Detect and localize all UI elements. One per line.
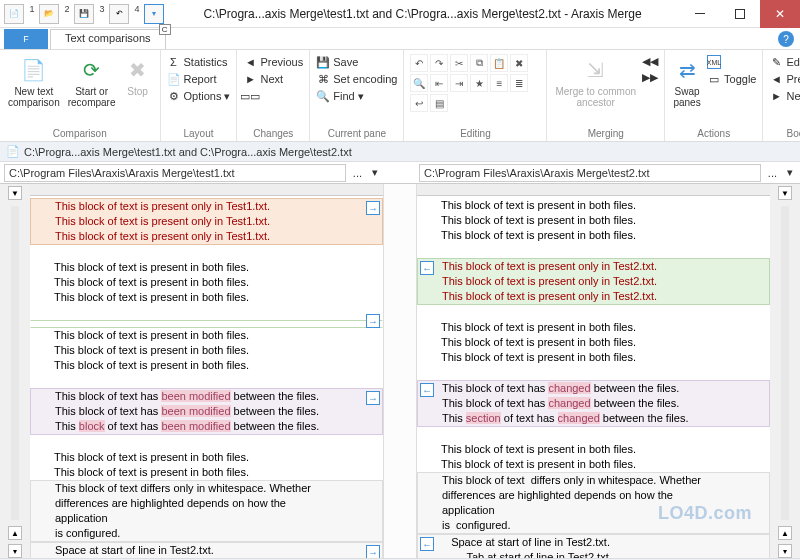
pencil-icon: ✎ bbox=[769, 55, 783, 69]
paste-icon[interactable]: 📋 bbox=[490, 54, 508, 72]
bookmark-icon[interactable]: ★ bbox=[470, 74, 488, 92]
right-path-cell: ... ▾ bbox=[415, 162, 800, 183]
gutter-end-icon[interactable]: ▾ bbox=[778, 544, 792, 558]
list-icon[interactable]: ≡ bbox=[490, 74, 508, 92]
merge-right-icon[interactable]: → bbox=[366, 314, 380, 328]
new-text-comparison-button[interactable]: 📄 New text comparison bbox=[6, 54, 62, 110]
left-path-dropdown[interactable]: ▾ bbox=[369, 166, 381, 179]
right-path-menu[interactable]: ... bbox=[765, 167, 780, 179]
indent-left-icon[interactable]: ⇤ bbox=[430, 74, 448, 92]
right-path-input[interactable] bbox=[419, 164, 761, 182]
swap-label: Swap panes bbox=[673, 86, 700, 108]
right-path-dropdown[interactable]: ▾ bbox=[784, 166, 796, 179]
path-row: ... ▾ ... ▾ bbox=[0, 162, 800, 184]
qat-new-icon[interactable]: 📄 bbox=[4, 4, 24, 24]
group-merging: ⇲ Merge to common ancestor ◀◀ ▶▶ Merging bbox=[547, 50, 665, 141]
title-bar: 📄 1 📂 2 💾 3 ↶ 4 ▾ C:\Progra...axis Merge… bbox=[0, 0, 800, 28]
qat-open-icon[interactable]: 📂 bbox=[39, 4, 59, 24]
start-recompare-button[interactable]: ⟳ Start or recompare bbox=[66, 54, 118, 110]
gutter-end-icon[interactable]: ▾ bbox=[8, 544, 22, 558]
merge-left-icon[interactable]: ◀◀ bbox=[642, 54, 658, 69]
left-overview-gutter[interactable]: ▼ ▲ ▾ bbox=[0, 184, 30, 558]
t: changed bbox=[548, 382, 590, 394]
edit-comment-button[interactable]: ✎Edit comment bbox=[769, 54, 800, 70]
minimize-button[interactable] bbox=[680, 0, 720, 28]
indent-right-icon[interactable]: ⇥ bbox=[450, 74, 468, 92]
edit-comment-label: Edit comment bbox=[786, 56, 800, 68]
gutter-bot-icon[interactable]: ▲ bbox=[8, 526, 22, 540]
diff-line: Space at start of line in Test2.txt. bbox=[418, 535, 769, 550]
stop-label: Stop bbox=[127, 86, 148, 97]
report-button[interactable]: 📄Report bbox=[167, 71, 231, 87]
group-changes: ◄Previous ►Next ▭▭ Changes bbox=[237, 50, 310, 141]
merge-right-icon[interactable]: ▶▶ bbox=[642, 70, 658, 85]
left-path-input[interactable] bbox=[4, 164, 346, 182]
gutter-top-icon[interactable]: ▼ bbox=[778, 186, 792, 200]
diff-line: differences are highlighted depends on h… bbox=[31, 496, 382, 511]
statistics-button[interactable]: ΣStatistics bbox=[167, 54, 231, 70]
right-pane[interactable]: This block of text is present in both fi… bbox=[417, 184, 770, 558]
toggle-icon: ▭ bbox=[707, 72, 721, 86]
arrow-right-icon: ► bbox=[769, 89, 783, 103]
left-space-block: → Space at start of line in Test2.txt. T… bbox=[30, 542, 383, 558]
delete-icon[interactable]: ✖ bbox=[510, 54, 528, 72]
prev-bookmark-button[interactable]: ◄Previous bbox=[769, 71, 800, 87]
save-button[interactable]: 💾Save bbox=[316, 54, 397, 70]
wrap-icon[interactable]: ↩ bbox=[410, 94, 428, 112]
group-actions-label: Actions bbox=[671, 128, 756, 139]
right-overview-gutter[interactable]: ▼ ▲ ▾ bbox=[770, 184, 800, 558]
list2-icon[interactable]: ≣ bbox=[510, 74, 528, 92]
diff-line: This block of text is present in both fi… bbox=[417, 228, 770, 243]
zoom-icon[interactable]: 🔍 bbox=[410, 74, 428, 92]
redo-icon[interactable]: ↷ bbox=[430, 54, 448, 72]
encoding-icon: ⌘ bbox=[316, 72, 330, 86]
diff-line: This block of text differs only in white… bbox=[418, 473, 769, 488]
diff-line: This block of text is present in both fi… bbox=[30, 450, 383, 465]
right-whitespace-block: This block of text differs only in white… bbox=[417, 472, 770, 534]
cut-icon[interactable]: ✂ bbox=[450, 54, 468, 72]
gutter-bot-icon[interactable]: ▲ bbox=[778, 526, 792, 540]
stats-label: Statistics bbox=[184, 56, 228, 68]
maximize-button[interactable] bbox=[720, 0, 760, 28]
changes-panes-button[interactable]: ▭▭ bbox=[243, 88, 303, 104]
options-button[interactable]: ⚙Options▾ bbox=[167, 88, 231, 104]
tab-text-comparisons[interactable]: Text comparisons C bbox=[50, 29, 166, 49]
left-modified-block: → This block of text has been modified b… bbox=[30, 388, 383, 435]
qat-save-icon[interactable]: 💾 bbox=[74, 4, 94, 24]
diff-line: This block of text is present in both fi… bbox=[417, 320, 770, 335]
group-editing: ↶ ↷ ✂ ⧉ 📋 ✖ 🔍 ⇤ ⇥ ★ ≡ ≣ ↩ ▤ Editing bbox=[404, 50, 547, 141]
file-tab-hotkey: F bbox=[23, 34, 29, 44]
qat-undo-icon[interactable]: ↶ bbox=[109, 4, 129, 24]
swap-panes-button[interactable]: ⇄ Swap panes bbox=[671, 54, 703, 110]
diff-line: This block of text is present in both fi… bbox=[30, 465, 383, 480]
left-pane[interactable]: → This block of text is present only in … bbox=[30, 184, 383, 558]
undo-icon[interactable]: ↶ bbox=[410, 54, 428, 72]
xml-button[interactable]: XML bbox=[707, 54, 756, 70]
copy-icon[interactable]: ⧉ bbox=[470, 54, 488, 72]
left-path-menu[interactable]: ... bbox=[350, 167, 365, 179]
close-button[interactable]: ✕ bbox=[760, 0, 800, 28]
set-encoding-button[interactable]: ⌘Set encoding bbox=[316, 71, 397, 87]
arrow-left-icon: ◄ bbox=[243, 55, 257, 69]
t: of text has bbox=[501, 412, 558, 424]
qat-dropdown-icon[interactable]: ▾ bbox=[144, 4, 164, 24]
stats-icon: Σ bbox=[167, 55, 181, 69]
t: block bbox=[79, 420, 105, 432]
ruler-icon[interactable]: ▤ bbox=[430, 94, 448, 112]
diff-line: This block of text is present only in Te… bbox=[31, 229, 382, 244]
next-change-button[interactable]: ►Next bbox=[243, 71, 303, 87]
gutter-top-icon[interactable]: ▼ bbox=[8, 186, 22, 200]
toggle-button[interactable]: ▭Toggle bbox=[707, 71, 756, 87]
file-tab[interactable]: F bbox=[4, 29, 48, 49]
tab-label: Text comparisons bbox=[65, 32, 151, 44]
stop-icon: ✖ bbox=[124, 56, 152, 84]
window-title: C:\Progra...axis Merge\test1.txt and C:\… bbox=[165, 7, 680, 21]
help-icon[interactable]: ? bbox=[778, 31, 794, 47]
toggle-label: Toggle bbox=[724, 73, 756, 85]
group-bookmarks: ✎Edit comment ◄Previous ►Next Bookmarks bbox=[763, 50, 800, 141]
next-label: Next bbox=[260, 73, 283, 85]
next-bookmark-button[interactable]: ►Next bbox=[769, 88, 800, 104]
find-button[interactable]: 🔍Find▾ bbox=[316, 88, 397, 104]
prev-change-button[interactable]: ◄Previous bbox=[243, 54, 303, 70]
xml-icon: XML bbox=[707, 55, 721, 69]
